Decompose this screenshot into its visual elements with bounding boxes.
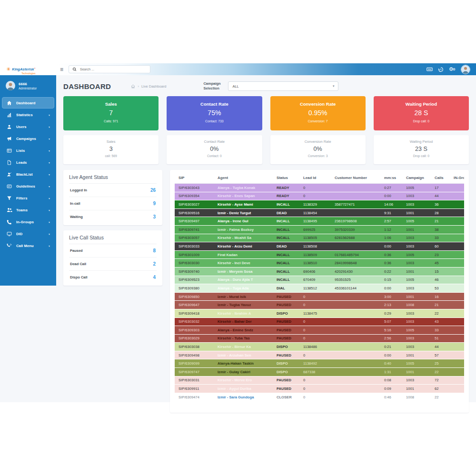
sidebar-item[interactable]: Teams ▾ (2, 204, 54, 216)
table-column-header: SIP (175, 176, 216, 180)
panel-row: Dispo Call 4 (69, 271, 157, 284)
cell-status: PAUSED (275, 303, 301, 307)
table-row[interactable]: SIP/6303038 Kirsehir - Birnur Ka DISPO 1… (175, 343, 464, 351)
cell-customer-number: 28419998648 (333, 261, 382, 265)
search-input[interactable] (79, 67, 147, 71)
cell-agent: Kirsehir - Merve Ero (216, 378, 275, 382)
stat-card: Sales 7 Calls: 971 (63, 96, 159, 130)
table-row[interactable]: SIP/6301009 Firat Kadan INCALL 1138509 0… (175, 251, 464, 259)
cell-agent: Alanya - Emine Sndz (216, 328, 275, 332)
sidebar-item[interactable]: Dashboard (2, 97, 54, 109)
cell-customer-number: 3587727471 (333, 202, 382, 207)
home-icon[interactable] (131, 84, 135, 89)
brand-logo[interactable]: ✳ KingAsterisk® Technologies (0, 63, 56, 75)
cell-sip: SIP/6303029 (175, 336, 216, 340)
table-row[interactable]: SIP/6309474 Izmir - Sara Gundoga CLOSER … (175, 393, 464, 402)
keyboard-icon[interactable] (426, 66, 433, 72)
cell-agent: Alanya - Irene Gul (216, 219, 275, 223)
sidebar-item[interactable]: DID ▾ (2, 228, 54, 239)
cell-sip: SIP/6303031 (175, 378, 216, 382)
cell-time: 5:07 (382, 319, 404, 324)
cell-agent: Izmir - Arzuhan Sen (216, 353, 275, 357)
cell-campaign: 1001 (404, 387, 433, 391)
table-row[interactable]: SIP/6309516 Izmir - Deniz Turgut DEAD 11… (175, 209, 464, 218)
table-row[interactable]: SIP/6309303 Alanya - Emine Sndz PAUSED 0… (175, 326, 464, 335)
brand-name: KingAsterisk® (12, 67, 35, 71)
cell-campaign: 1001 (404, 353, 433, 357)
breadcrumb: › Live Dashboard (131, 84, 166, 89)
table-row[interactable]: SIP/6309523 Alanya - Duru Ajda T INCALL … (175, 276, 464, 285)
cell-lead-id: 0 (301, 328, 333, 332)
table-row[interactable]: SIP/6309380 Alanya - Tuga Ada DIAL 11385… (175, 284, 464, 293)
bottom-section: Live Agent Status Logged In 26 In-call 9… (63, 170, 469, 413)
cell-agent: Izmir - Fatma Bozkoy (216, 228, 275, 232)
sidebar-item[interactable]: BlackList ▾ (2, 169, 54, 180)
table-row[interactable]: SIP/6303043 Alanya - Tugba Konak READY 0… (175, 184, 464, 192)
cell-campaign: 1003 (404, 261, 433, 265)
cell-calls: 45 (433, 261, 452, 265)
cell-status: READY (275, 186, 301, 190)
cell-lead-id: 1138454 (301, 211, 333, 215)
search-box[interactable] (69, 65, 150, 73)
table-column-header: Lead Id (301, 176, 333, 180)
table-row[interactable]: SIP/6309354 Kirsehir - Enes Sapan READY … (175, 192, 464, 201)
settings-icon[interactable]: ⚙⚙ (449, 67, 456, 72)
cell-campaign: 1001 (404, 269, 433, 274)
table-row[interactable]: SIP/6309099 Alanya-Hakan Taskin DISPO 11… (175, 359, 464, 368)
chevron-down-icon: ▾ (49, 220, 50, 224)
chevron-down-icon: ▾ (49, 161, 50, 164)
table-row[interactable]: SIP/6309740 Izmir - Meryem Sosa INCALL 6… (175, 268, 464, 276)
table-row[interactable]: SIP/6309850 Izmir - Murat Isik PAUSED 0 … (175, 293, 464, 301)
cell-time: 0:21 (382, 345, 404, 349)
sidebar-user[interactable]: 6666 Administrator (0, 75, 56, 95)
cell-customer-number: 23619798608 (333, 219, 382, 223)
sidebar-avatar (6, 81, 15, 90)
table-row[interactable]: SIP/6309418 Kirsehir - Ibrahim A DISPO 1… (175, 309, 464, 318)
monitor-icon (6, 231, 12, 237)
cell-sip: SIP/6309303 (175, 328, 216, 332)
cell-customer-number: 6281562688 (333, 236, 382, 240)
table-row[interactable]: SIP/6303057 Kirsehir - Mcahit Sa INCALL … (175, 234, 464, 243)
cell-campaign: 1008 (404, 395, 433, 399)
cell-sip: SIP/6309380 (175, 286, 216, 290)
cell-status: INCALL (275, 202, 301, 207)
sidebar-item[interactable]: Lists ▾ (2, 145, 54, 156)
sidebar-item[interactable]: Guidelines ▾ (2, 180, 54, 192)
table-row[interactable]: SIP/6309911 Izmir - Aygul Durlka PAUSED … (175, 385, 464, 393)
sidebar-item[interactable]: In-Groups ▾ (2, 216, 54, 228)
table-row[interactable]: SIP/6309741 Izmir - Fatma Bozkoy INCALL … (175, 226, 464, 234)
sidebar-item[interactable]: Campaigns ▾ (2, 133, 54, 144)
table-row[interactable]: SIP/6303032 Kirsehir - Bahar Der PAUSED … (175, 318, 464, 327)
hamburger-icon[interactable]: ≡ (60, 67, 63, 72)
sidebar-menu: Dashboard Statistics ▾ Users ▾ (0, 95, 56, 254)
table-row[interactable]: SIP/6303029 Kirsehir - Tuba Tas PAUSED 0… (175, 335, 464, 343)
panel-row: In-call 9 (69, 197, 157, 210)
sidebar-item[interactable]: Users ▾ (2, 121, 54, 132)
panel-row: Logged In 26 (69, 184, 157, 197)
cell-status: DEAD (275, 211, 301, 215)
table-row[interactable]: SIP/6303031 Kirsehir - Merve Ero PAUSED … (175, 377, 464, 385)
campaign-select[interactable]: ALL ▾ (228, 81, 338, 91)
cell-time: 0:36 (382, 261, 404, 265)
sidebar-item[interactable]: Call Menu ▾ (2, 240, 54, 251)
topbar-avatar[interactable] (461, 65, 470, 74)
sidebar-item[interactable]: Filters ▾ (2, 192, 54, 204)
cell-status: INCALL (275, 278, 301, 282)
sidebar-item[interactable]: Statistics ▾ (2, 109, 54, 120)
panel-row: Waiting 3 (69, 210, 157, 223)
table-row[interactable]: SIP/6309497 Alanya - Irene Gul INCALL 11… (175, 217, 464, 226)
sidebar-item[interactable]: Leads ▾ (2, 157, 54, 168)
live-agents-table: SIPAgentStatusLead IdCustomer Numbermm:s… (170, 170, 469, 413)
table-row[interactable]: SIP/6309647 Izmir - Tugba Yavuz PAUSED 0… (175, 301, 464, 309)
table-row[interactable]: SIP/6309498 Izmir - Arzuhan Sen PAUSED 0… (175, 351, 464, 360)
table-row[interactable]: SIP/6303030 Kirsehir - Inci Deve INCALL … (175, 259, 464, 268)
cell-calls: 23 (433, 253, 452, 257)
history-icon[interactable] (438, 67, 444, 72)
table-row[interactable]: SIP/6303027 Kirsehir - Ayse Mami INCALL … (175, 200, 464, 209)
cell-campaign: 1003 (404, 311, 433, 316)
stat-card: Contact Rate 75% Contact: 733 (167, 96, 262, 130)
sidebar: 6666 Administrator Dashboard Statistics … (0, 75, 56, 286)
table-row[interactable]: SIP/6309747 Izmir - Gulay Cakirl DISPO 6… (175, 368, 464, 377)
table-row[interactable]: SIP/6303033 Kirsehir - Arzu Demi DEAD 11… (175, 242, 464, 251)
app-window: ✳ KingAsterisk® Technologies ≡ (0, 63, 476, 402)
